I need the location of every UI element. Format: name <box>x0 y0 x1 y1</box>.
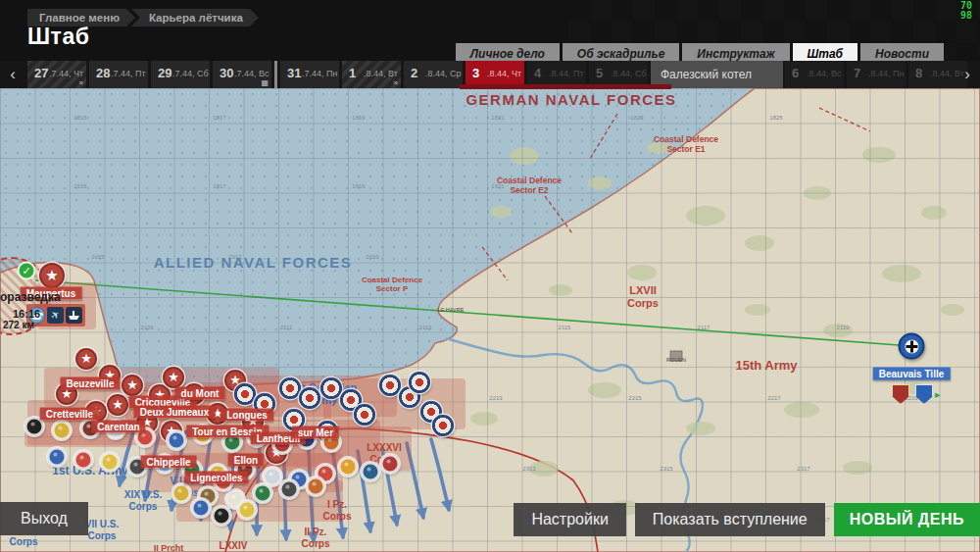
mission-type-label: оразведка <box>0 290 61 304</box>
ship-icon <box>66 307 82 324</box>
aircraft-icon: ✈ <box>47 307 64 324</box>
mission-ready-check-icon[interactable]: ✓ <box>18 262 36 280</box>
date-divider <box>274 61 277 88</box>
airfield-label[interactable]: Lignerolles <box>184 472 248 484</box>
fast-forward-icon: » <box>394 78 398 87</box>
date-cell[interactable]: 2.8.44, Ср <box>404 61 463 88</box>
campaign-map[interactable]: 1815181718191821182318251915191719191921… <box>0 88 980 552</box>
footer-right-buttons: Настройки Показать вступление НОВЫЙ ДЕНЬ <box>514 503 980 536</box>
mission-time: 16:16 <box>13 308 40 320</box>
settings-button[interactable]: Настройки <box>514 503 625 536</box>
date-bar: ‹ 27.7.44, Чт»28.7.44, Пт29.7.44, Сб30.7… <box>0 61 980 88</box>
new-day-button[interactable]: НОВЫЙ ДЕНЬ <box>834 503 980 536</box>
page-title: Штаб <box>27 24 89 50</box>
date-cell[interactable]: 30.7.44, Вс▦ <box>213 61 271 88</box>
date-cell[interactable]: 6.8.44, Вс <box>785 61 844 88</box>
german-airfield-icon[interactable] <box>899 333 925 360</box>
airfield-label[interactable]: Chippelle <box>140 456 196 469</box>
exit-button[interactable]: Выход <box>0 502 88 535</box>
calendar-icon: ▦ <box>261 78 269 87</box>
date-prev-button[interactable]: ‹ <box>0 61 25 88</box>
fast-forward-icon: » <box>79 78 83 87</box>
breadcrumb-item-career[interactable]: Карьера лётчика <box>131 9 259 26</box>
date-cell[interactable]: 29.7.44, Сб <box>151 61 210 88</box>
show-intro-button[interactable]: Показать вступление <box>635 503 825 536</box>
header: Главное меню Карьера лётчика Штаб 70 98 … <box>0 0 980 61</box>
green-arrow-icon: ▸ <box>935 388 941 401</box>
app-window: Главное меню Карьера лётчика Штаб 70 98 … <box>0 0 980 552</box>
airfield-label[interactable]: Beauvais Tille <box>873 368 951 380</box>
fps-value-2: 98 <box>960 11 972 21</box>
airfield-label[interactable]: Longues <box>220 409 273 422</box>
airfield-label[interactable]: Deux Jumeaux <box>134 406 216 419</box>
airfield-label[interactable]: sur Mer <box>292 427 339 439</box>
date-cell[interactable]: 28.7.44, Пт <box>89 61 148 88</box>
airfield-label[interactable]: Ellon <box>228 454 264 467</box>
date-cell[interactable]: 27.7.44, Чт» <box>27 61 86 88</box>
airfield-label[interactable]: Cretteville <box>40 408 99 421</box>
airfield-label[interactable]: Beuzeville <box>61 377 121 390</box>
mission-distance: 272 км <box>3 320 34 330</box>
airfield-label[interactable]: Carentan <box>91 421 145 433</box>
airfield-label[interactable]: du Mont <box>175 387 225 400</box>
aflabel-layer: MaupertusBeuzevilleCrettevilleCarentanCr… <box>0 88 980 552</box>
date-cell[interactable]: 1.8.44, Вт» <box>342 61 401 88</box>
date-cell[interactable]: 31.7.44, Пн <box>280 61 339 88</box>
date-next-button[interactable]: › <box>955 61 980 88</box>
fps-counter: 70 98 <box>960 1 972 21</box>
date-cell[interactable]: 7.8.44, Пн <box>847 61 906 88</box>
